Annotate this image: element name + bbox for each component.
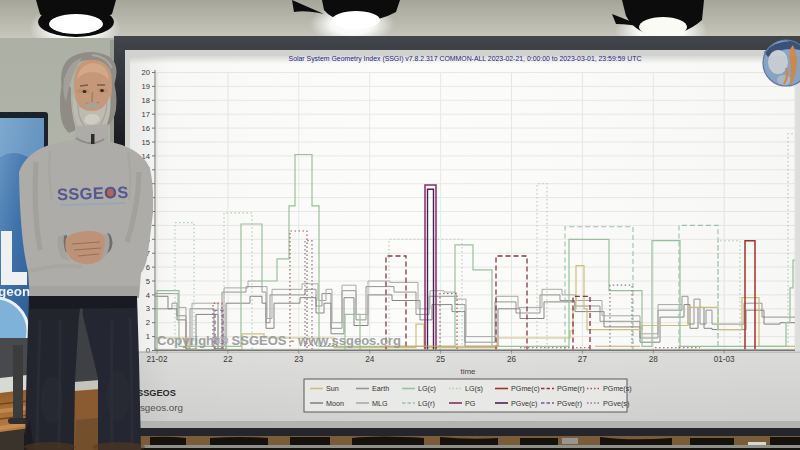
svg-text:geon: geon [0, 284, 30, 299]
svg-text:SSGEOS: SSGEOS [57, 183, 129, 203]
